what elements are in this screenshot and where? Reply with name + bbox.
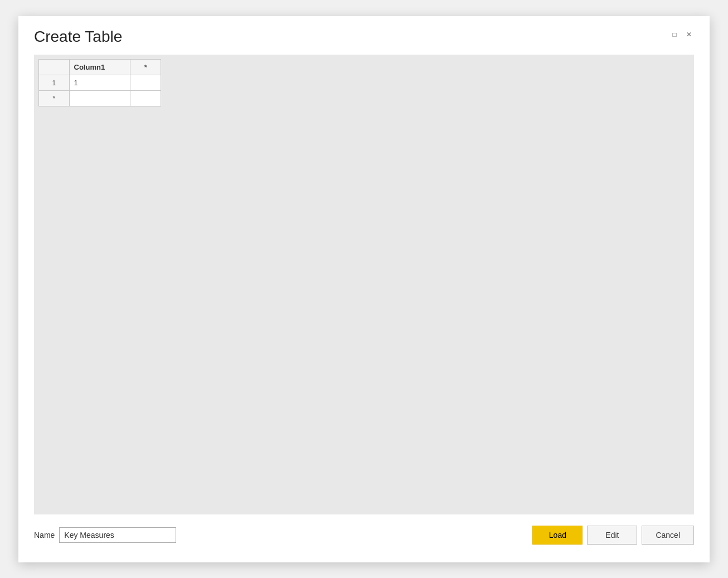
button-group: Load Edit Cancel bbox=[532, 526, 694, 545]
edit-button[interactable]: Edit bbox=[587, 526, 637, 545]
cell-1-2[interactable] bbox=[130, 75, 161, 91]
cell-new-2[interactable] bbox=[130, 91, 161, 106]
window-controls: □ ✕ bbox=[669, 30, 694, 40]
name-label: Name bbox=[34, 531, 55, 540]
data-table: Column1 * 1 1 * bbox=[38, 59, 161, 106]
table-content-area: Column1 * 1 1 * bbox=[34, 55, 694, 514]
column1-header[interactable]: Column1 bbox=[69, 60, 130, 75]
minimize-icon: □ bbox=[672, 31, 676, 38]
table-row: 1 1 bbox=[39, 75, 161, 91]
cell-1-1[interactable]: 1 bbox=[69, 75, 130, 91]
add-column-header[interactable]: * bbox=[130, 60, 161, 75]
cancel-button[interactable]: Cancel bbox=[642, 526, 694, 545]
name-section: Name bbox=[34, 527, 176, 543]
row-header-col bbox=[39, 60, 70, 75]
new-row-marker: * bbox=[39, 91, 70, 106]
title-bar: Create Table □ ✕ bbox=[34, 27, 694, 46]
close-button[interactable]: ✕ bbox=[684, 30, 694, 40]
dialog-title: Create Table bbox=[34, 27, 122, 46]
minimize-button[interactable]: □ bbox=[669, 30, 680, 40]
close-icon: ✕ bbox=[686, 31, 692, 38]
table-name-input[interactable] bbox=[59, 527, 176, 543]
cell-new-1[interactable] bbox=[69, 91, 130, 106]
table-row-new: * bbox=[39, 91, 161, 106]
row-number-1: 1 bbox=[39, 75, 70, 91]
bottom-bar: Name Load Edit Cancel bbox=[34, 523, 694, 547]
create-table-dialog: Create Table □ ✕ Column1 * 1 1 bbox=[18, 16, 710, 562]
load-button[interactable]: Load bbox=[532, 526, 583, 545]
